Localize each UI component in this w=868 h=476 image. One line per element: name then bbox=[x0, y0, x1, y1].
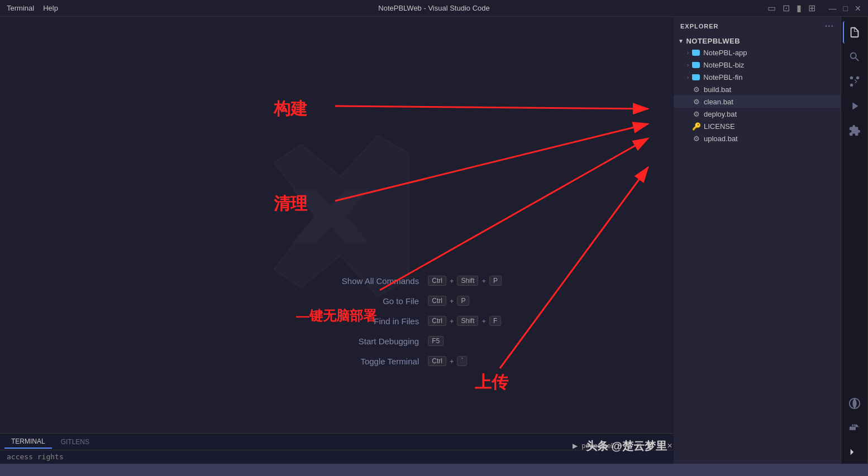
folder-label-app: NotePBL-app bbox=[703, 49, 747, 57]
titlebar-title: NotePBLWeb - Visual Studio Code bbox=[378, 4, 489, 12]
window-close[interactable]: ✕ bbox=[855, 4, 861, 13]
file-label-deploy: deploy.bat bbox=[704, 110, 737, 118]
shortcut-row-3: Find in Files Ctrl + Shift + F bbox=[318, 316, 502, 326]
watermark: 头条 @楚云梦里 bbox=[586, 439, 667, 454]
key-backtick: ` bbox=[457, 356, 467, 366]
file-tree: ▼ NOTEPBLWEB › NotePBL-app › NotePBL-biz… bbox=[674, 36, 841, 149]
folder-label-fin: NotePBL-fin bbox=[703, 73, 742, 81]
tree-item-clean-bat[interactable]: ⚙ clean.bat bbox=[674, 95, 841, 108]
titlebar: Terminal Help NotePBLWeb - Visual Studio… bbox=[0, 0, 868, 17]
folder-chevron-app: › bbox=[687, 50, 689, 56]
key-p-1: P bbox=[489, 276, 502, 286]
sidebar-title: EXPLORER bbox=[680, 23, 719, 30]
terminal-content: access rights bbox=[0, 450, 674, 463]
folder-chevron-biz: › bbox=[687, 62, 689, 68]
tab-terminal[interactable]: TERMINAL bbox=[4, 435, 52, 449]
gear-icon-upload: ⚙ bbox=[691, 133, 702, 143]
tree-item-notepbl-biz[interactable]: › NotePBL-biz bbox=[674, 59, 841, 71]
license-icon: 🔑 bbox=[691, 121, 702, 131]
folder-icon-fin bbox=[691, 72, 701, 82]
activity-docker[interactable] bbox=[843, 417, 866, 439]
folder-chevron-fin: › bbox=[687, 74, 689, 80]
window-minimize[interactable]: — bbox=[829, 4, 837, 13]
key-p-2: P bbox=[457, 296, 469, 306]
activity-extensions[interactable] bbox=[843, 119, 866, 142]
folder-icon-biz bbox=[691, 60, 701, 70]
titlebar-menu: Terminal Help bbox=[7, 4, 58, 12]
layout-icon-4[interactable]: ⊞ bbox=[808, 3, 815, 13]
activity-run[interactable] bbox=[843, 95, 866, 117]
file-label-build: build.bat bbox=[704, 85, 731, 94]
shortcuts-list: Show All Commands Ctrl + Shift + P Go to… bbox=[318, 276, 502, 366]
svg-rect-4 bbox=[852, 425, 853, 426]
root-folder-label: NOTEPBLWEB bbox=[686, 37, 740, 45]
shortcut-row-5: Toggle Terminal Ctrl + ` bbox=[318, 356, 502, 366]
shortcut-keys-4: F5 bbox=[428, 336, 443, 346]
shortcut-label-2: Go to File bbox=[318, 296, 419, 306]
key-ctrl-4: Ctrl bbox=[428, 356, 446, 366]
key-f: F bbox=[489, 316, 501, 326]
window-maximize[interactable]: □ bbox=[843, 4, 848, 13]
plus-6: + bbox=[450, 357, 454, 366]
tree-item-upload-bat[interactable]: ⚙ upload.bat bbox=[674, 132, 841, 145]
shortcut-label-1: Show All Commands bbox=[318, 276, 419, 286]
key-ctrl-3: Ctrl bbox=[428, 316, 446, 326]
shortcut-row-4: Start Debugging F5 bbox=[318, 336, 502, 346]
key-f5: F5 bbox=[428, 336, 443, 346]
key-ctrl-2: Ctrl bbox=[428, 296, 446, 306]
menu-terminal[interactable]: Terminal bbox=[7, 4, 34, 12]
activity-source-control[interactable] bbox=[843, 70, 866, 93]
tree-item-deploy-bat[interactable]: ⚙ deploy.bat bbox=[674, 108, 841, 120]
activity-terminal[interactable] bbox=[843, 441, 866, 464]
plus-4: + bbox=[450, 317, 454, 325]
sidebar-header: EXPLORER ··· bbox=[674, 17, 841, 36]
folder-label-biz: NotePBL-biz bbox=[703, 61, 744, 69]
tab-gitlens[interactable]: GITLENS bbox=[54, 436, 96, 448]
plus-3: + bbox=[450, 297, 454, 305]
file-label-clean: clean.bat bbox=[704, 98, 733, 106]
gear-icon-clean: ⚙ bbox=[691, 97, 702, 107]
tree-item-notepbl-fin[interactable]: › NotePBL-fin bbox=[674, 71, 841, 83]
shortcut-label-5: Toggle Terminal bbox=[318, 357, 419, 366]
tree-item-notepbl-app[interactable]: › NotePBL-app bbox=[674, 46, 841, 59]
activity-files[interactable] bbox=[843, 21, 865, 44]
shortcut-keys-1: Ctrl + Shift + P bbox=[428, 276, 502, 286]
shortcut-keys-2: Ctrl + P bbox=[428, 296, 469, 306]
statusbar bbox=[0, 464, 868, 476]
root-chevron-icon: ▼ bbox=[678, 38, 684, 44]
gear-icon-build: ⚙ bbox=[691, 84, 702, 94]
key-ctrl-1: Ctrl bbox=[428, 276, 446, 286]
folder-icon-app bbox=[691, 47, 701, 57]
shortcut-row-1: Show All Commands Ctrl + Shift + P bbox=[318, 276, 502, 286]
file-label-upload: upload.bat bbox=[704, 134, 738, 143]
shortcut-keys-3: Ctrl + Shift + F bbox=[428, 316, 501, 326]
shortcut-row-2: Go to File Ctrl + P bbox=[318, 296, 502, 306]
sidebar: EXPLORER ··· ▼ NOTEPBLWEB › NotePBL-app … bbox=[674, 17, 841, 464]
menu-help[interactable]: Help bbox=[43, 4, 58, 12]
shortcut-keys-5: Ctrl + ` bbox=[428, 356, 467, 366]
terminal-close-icon[interactable]: ✕ bbox=[667, 442, 673, 450]
plus-2: + bbox=[481, 277, 486, 285]
titlebar-controls[interactable]: ▭ ⊡ ▮ ⊞ — □ ✕ bbox=[767, 3, 861, 13]
sidebar-more-icon[interactable]: ··· bbox=[825, 21, 834, 31]
key-shift-2: Shift bbox=[457, 316, 478, 326]
layout-icon-2[interactable]: ⊡ bbox=[783, 3, 790, 13]
shortcut-label-4: Start Debugging bbox=[318, 336, 419, 346]
plus-1: + bbox=[450, 277, 454, 285]
activity-search[interactable] bbox=[843, 46, 866, 68]
activity-remote[interactable] bbox=[843, 392, 866, 415]
content-area: Show All Commands Ctrl + Shift + P Go to… bbox=[0, 17, 674, 464]
svg-rect-5 bbox=[854, 425, 856, 426]
tree-root-header[interactable]: ▼ NOTEPBLWEB bbox=[674, 36, 841, 46]
layout-icon-3[interactable]: ▮ bbox=[797, 3, 802, 13]
tree-item-build-bat[interactable]: ⚙ build.bat bbox=[674, 83, 841, 95]
gear-icon-deploy: ⚙ bbox=[691, 109, 702, 119]
key-shift-1: Shift bbox=[457, 276, 478, 286]
plus-5: + bbox=[481, 317, 486, 325]
welcome-area: Show All Commands Ctrl + Shift + P Go to… bbox=[0, 17, 674, 433]
file-label-license: LICENSE bbox=[704, 122, 735, 131]
tree-item-license[interactable]: 🔑 LICENSE bbox=[674, 120, 841, 132]
activity-bar bbox=[841, 17, 868, 464]
terminal-shell-icon: ▶ bbox=[573, 442, 578, 450]
layout-icon-1[interactable]: ▭ bbox=[767, 3, 776, 13]
